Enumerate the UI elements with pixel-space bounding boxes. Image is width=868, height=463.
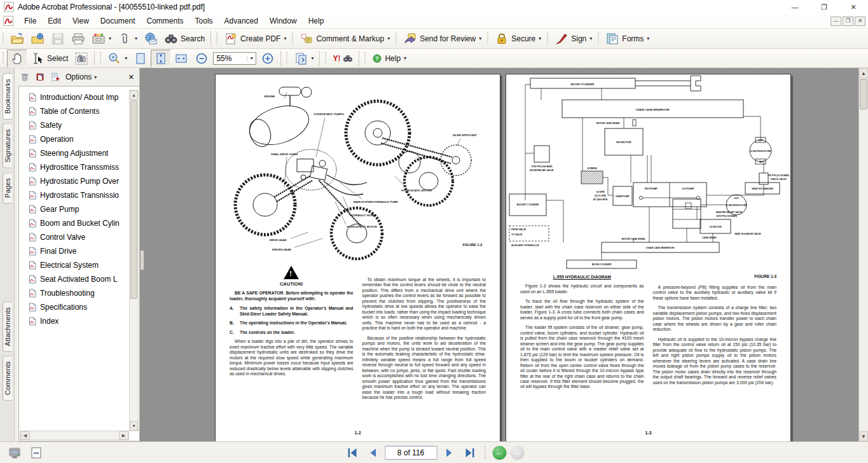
menu-file[interactable]: File [18,15,42,27]
tab-signatures[interactable]: Signatures [3,123,12,169]
send-for-review-button[interactable]: Send for Review▾ [400,30,485,48]
open-button[interactable] [7,30,27,48]
zoom-in-button[interactable] [258,50,278,67]
fit-width-button[interactable] [171,50,191,67]
page-display-button[interactable]: ▾ [291,50,317,67]
reading-mode-icon[interactable] [8,446,22,460]
scroll-down-icon[interactable]: ▼ [130,421,138,431]
doc-restore-button[interactable]: ❐ [843,17,853,26]
doc-minimize-button[interactable]: — [830,17,841,26]
tab-pages[interactable]: Pages [3,172,12,204]
tab-attachments[interactable]: Attachments [3,301,12,352]
menu-view[interactable]: View [67,15,95,27]
new-bookmark-icon[interactable] [50,72,60,82]
scroll-up-icon[interactable]: ▲ [130,90,138,100]
tab-bookmarks[interactable]: Bookmarks [3,73,12,120]
zoom-out-button[interactable] [191,50,212,67]
bookmark-item[interactable]: Hydrosttice Transsmiss [28,160,130,174]
maximize-button[interactable]: ❐ [809,0,839,14]
scrollbar-thumb[interactable] [130,100,137,299]
close-button[interactable]: ✕ [839,0,868,14]
tab-comments[interactable]: Comments [3,356,12,401]
next-page-button[interactable] [441,445,457,460]
menu-advanced[interactable]: Advanced [219,15,264,27]
organizer-button[interactable]: ▾ [88,30,114,48]
last-page-button[interactable] [461,445,478,460]
toolbar-grip[interactable] [364,52,367,65]
menu-tools[interactable]: Tools [189,15,219,27]
bookmark-item[interactable]: Safety [28,118,130,132]
print-button[interactable] [68,30,88,48]
bookmark-item[interactable]: Table of Contents [28,104,130,118]
bookmark-item[interactable]: Electrical System [28,258,130,272]
fit-page-button[interactable] [151,50,171,67]
zoom-tool-button[interactable]: ▾ [104,50,130,67]
expand-bookmark-icon[interactable] [35,72,45,82]
bookmark-item[interactable]: Specifications [28,300,130,314]
bookmark-item[interactable]: Boom and Bucket Cylin [28,216,130,230]
single-page-layout-icon[interactable] [29,446,43,460]
select-tool-button[interactable]: Select [27,50,71,67]
bookmark-item[interactable]: Seat Activated Boom L [28,272,130,286]
bookmark-item[interactable]: Gear Pump [28,202,130,216]
previous-view-button[interactable]: ← [492,446,506,460]
menu-help[interactable]: Help [303,15,330,27]
page-indicator-box[interactable] [385,446,437,460]
create-pdf-button[interactable]: Create PDF▾ [221,30,289,48]
zoom-level-input[interactable] [214,53,247,64]
menu-window[interactable]: Window [264,15,303,27]
bookmark-item[interactable]: Operation [28,132,130,146]
scrollbar-thumb[interactable] [860,79,867,109]
toolbar-grip[interactable] [291,32,294,45]
open-web-page-button[interactable] [27,30,48,48]
delete-bookmark-icon[interactable] [20,72,30,82]
previous-page-button[interactable] [364,445,381,460]
options-menu-button[interactable]: Options▾ [65,73,97,81]
secure-button[interactable]: Secure▾ [492,30,544,48]
scroll-left-icon[interactable]: ◀ [20,431,30,439]
search-button[interactable]: Search [161,30,208,48]
document-vertical-scrollbar[interactable]: ▲ ▼ [858,68,868,441]
comment-markup-button[interactable]: Comment & Markup▾ [296,30,393,48]
bookmark-item[interactable]: Final Drive [28,244,130,258]
zoom-caret-icon[interactable]: ▾ [247,55,256,61]
toolbar-grip[interactable] [546,32,549,45]
menu-edit[interactable]: Edit [42,15,67,27]
menu-comments[interactable]: Comments [141,15,189,27]
toolbar-grip[interactable] [286,52,289,65]
toolbar-grip[interactable] [2,52,5,65]
bookmark-item[interactable]: Index [28,314,130,328]
sign-button[interactable]: Sign▾ [551,30,595,48]
toolbar-grip[interactable] [99,52,102,65]
save-button[interactable] [48,30,68,48]
forms-button[interactable]: Forms▾ [602,30,652,48]
toolbar-grip[interactable] [216,32,219,45]
bookmark-item[interactable]: Introduction/ About Imp [28,90,130,104]
menu-document[interactable]: Document [95,15,141,27]
scroll-down-icon[interactable]: ▼ [859,431,868,441]
yahoo-search-button[interactable]: Y! [329,52,356,66]
toolbar-grip[interactable] [2,32,5,45]
zoom-level-combobox[interactable]: ▾ [213,52,256,65]
panel-horizontal-scrollbar[interactable]: ◀ ▶ [20,431,129,440]
bookmark-item[interactable]: Steering Adjustment [28,146,130,160]
snapshot-tool-button[interactable] [71,50,92,67]
bookmark-item[interactable]: Hydrostatic Pump Over [28,174,130,188]
first-page-button[interactable] [344,445,361,460]
scroll-right-icon[interactable]: ▶ [119,431,128,439]
doc-close-button[interactable]: ✕ [855,17,865,26]
panel-vertical-scrollbar[interactable]: ▲ ▼ [129,90,139,431]
help-button[interactable]: Help▾ [369,52,410,66]
next-view-button[interactable]: → [510,446,524,460]
hand-tool-button[interactable] [7,50,27,67]
bookmark-item[interactable]: Hydrostatic Transnissio [28,188,130,202]
toolbar-grip[interactable] [395,32,398,45]
actual-size-button[interactable] [130,50,151,67]
page-indicator-input[interactable] [385,446,436,459]
bookmark-item[interactable]: Control Valve [28,230,130,244]
bookmark-item[interactable]: Troubleshooting [28,286,130,300]
toolbar-grip[interactable] [324,52,327,65]
scroll-up-icon[interactable]: ▲ [859,68,868,78]
minimize-button[interactable]: — [780,0,809,14]
toolbar-grip[interactable] [486,32,490,45]
